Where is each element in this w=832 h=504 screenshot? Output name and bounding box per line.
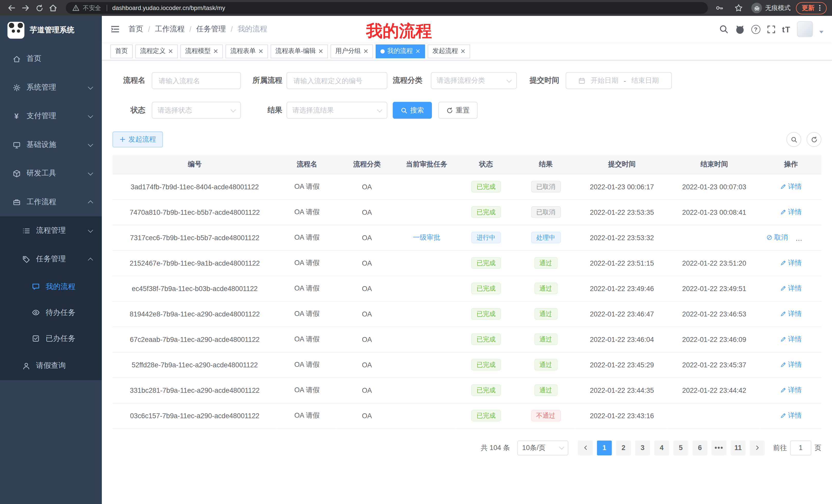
browser-menu-icon[interactable] <box>816 4 824 12</box>
font-size-icon[interactable]: tT <box>782 25 790 34</box>
page-2[interactable]: 2 <box>616 440 631 455</box>
breadcrumb-task-mgmt[interactable]: 任务管理 <box>196 24 226 34</box>
avatar[interactable] <box>797 21 813 37</box>
sidebar-item-task-mgmt[interactable]: 任务管理 <box>0 245 102 273</box>
cancel-link[interactable]: 取消 <box>766 233 788 242</box>
page-4[interactable]: 4 <box>654 440 669 455</box>
goto-label: 前往 <box>773 443 787 452</box>
detail-link[interactable]: 详情 <box>780 284 802 293</box>
sidebar-item-system[interactable]: 系统管理 <box>0 73 102 102</box>
sidebar-item-devtools[interactable]: 研发工具 <box>0 159 102 188</box>
detail-link[interactable]: 详情 <box>780 334 802 344</box>
current-task-link[interactable]: 一级审批 <box>413 233 440 241</box>
close-icon[interactable] <box>213 49 218 54</box>
tab-home[interactable]: 首页 <box>110 44 133 58</box>
help-icon[interactable]: ? <box>751 25 760 34</box>
cell-name: OA 请假 <box>277 199 337 225</box>
search-icon[interactable] <box>719 24 728 34</box>
detail-link[interactable]: 详情 <box>780 385 802 395</box>
sidebar-item-infrastructure[interactable]: 基础设施 <box>0 131 102 159</box>
search-button[interactable]: 搜索 <box>393 102 432 119</box>
cell-actions: 详情 <box>760 199 821 225</box>
back-icon[interactable] <box>5 2 18 15</box>
close-icon[interactable] <box>168 49 173 54</box>
table-row: 7317cec6-7b9b-11ec-b5b7-acde48001122 OA … <box>113 225 822 250</box>
breadcrumb-home[interactable]: 首页 <box>128 24 143 34</box>
forward-icon[interactable] <box>19 2 32 15</box>
detail-link[interactable]: 详情 <box>780 309 802 318</box>
calendar-icon <box>578 77 586 84</box>
sidebar-item-process-mgmt[interactable]: 流程管理 <box>0 216 102 245</box>
detail-link[interactable]: 详情 <box>780 411 802 420</box>
sidebar-item-leave-query[interactable]: 请假查询 <box>0 352 102 380</box>
address-bar[interactable]: 不安全 dashboard.yudao.iocoder.cn/bpm/task/… <box>66 2 708 13</box>
github-icon[interactable] <box>735 24 745 34</box>
result-select[interactable]: 请选择流结果 <box>286 102 387 119</box>
page-6[interactable]: 6 <box>693 440 707 455</box>
fullscreen-icon[interactable] <box>767 25 776 34</box>
tab-process-form-edit[interactable]: 流程表单-编辑 <box>271 44 328 58</box>
tab-label: 流程表单-编辑 <box>275 47 316 56</box>
sidebar-item-my-process[interactable]: 我的流程 <box>0 274 102 300</box>
next-page-button[interactable] <box>750 440 765 455</box>
workflow-submenu: 流程管理 任务管理 我的流程 <box>0 216 102 380</box>
process-name-input[interactable] <box>152 72 241 89</box>
goto-page-input[interactable] <box>790 440 811 455</box>
cell-end-time: 2022-01-23 00:08:41 <box>668 199 760 225</box>
page-11[interactable]: 11 <box>731 440 746 455</box>
sidebar-item-home[interactable]: 首页 <box>0 45 102 73</box>
table-row: 67c2eaab-7b9a-11ec-a290-acde48001122 OA … <box>113 327 822 352</box>
reset-button[interactable]: 重置 <box>438 102 478 119</box>
home-icon[interactable] <box>47 2 60 15</box>
detail-link[interactable]: 详情 <box>780 207 802 217</box>
category-select[interactable]: 请选择流程分类 <box>431 72 517 89</box>
close-icon[interactable] <box>415 49 420 54</box>
detail-link[interactable]: 详情 <box>780 258 802 268</box>
tab-process-form[interactable]: 流程表单 <box>226 44 268 58</box>
detail-link[interactable]: 详情 <box>780 360 802 369</box>
cell-category: OA <box>337 225 397 250</box>
detail-link[interactable]: 详情 <box>780 182 802 191</box>
close-icon[interactable] <box>318 49 323 54</box>
prev-page-button[interactable] <box>578 440 593 455</box>
cell-status: 已完成 <box>457 174 516 199</box>
close-icon[interactable] <box>461 49 465 54</box>
page-3[interactable]: 3 <box>635 440 650 455</box>
process-name-label: 流程名 <box>113 76 146 85</box>
status-select[interactable]: 请选择状态 <box>152 102 241 119</box>
refresh-button[interactable] <box>807 132 822 147</box>
caret-down-icon[interactable] <box>820 31 824 33</box>
more-pages-button[interactable]: ••• <box>712 440 727 455</box>
page-1[interactable]: 1 <box>597 440 612 455</box>
menu-fold-icon[interactable] <box>110 24 120 34</box>
close-icon[interactable] <box>258 49 263 54</box>
date-range-picker[interactable]: 开始日期 - 结束日期 <box>566 72 672 89</box>
bookmark-star-icon[interactable] <box>732 2 745 15</box>
cell-task: 一级审批 <box>397 225 457 250</box>
tab-process-model[interactable]: 流程模型 <box>181 44 223 58</box>
reload-icon[interactable] <box>33 2 46 15</box>
close-icon[interactable] <box>364 49 368 54</box>
breadcrumb-workflow[interactable]: 工作流程 <box>155 24 185 34</box>
update-button[interactable]: 更新 <box>796 2 827 14</box>
incognito-badge[interactable]: 无痕模式 <box>751 3 790 13</box>
page-size-select[interactable]: 10条/页 <box>517 440 568 455</box>
tab-user-group[interactable]: 用户分组 <box>331 44 373 58</box>
tab-label: 流程模型 <box>185 47 211 56</box>
sidebar-item-done-task[interactable]: 已办任务 <box>0 326 102 352</box>
sidebar-item-todo-task[interactable]: 待办任务 <box>0 300 102 326</box>
toggle-search-button[interactable] <box>786 132 801 147</box>
tab-start-process[interactable]: 发起流程 <box>427 44 470 58</box>
col-status: 状态 <box>457 155 516 174</box>
page-5[interactable]: 5 <box>673 440 688 455</box>
tab-my-process[interactable]: 我的流程 <box>375 44 425 58</box>
col-actions: 操作 <box>760 155 821 174</box>
start-process-button[interactable]: 发起流程 <box>113 132 163 147</box>
sidebar-item-workflow[interactable]: 工作流程 <box>0 188 102 216</box>
tab-process-definition[interactable]: 流程定义 <box>135 44 178 58</box>
key-icon[interactable] <box>713 2 726 15</box>
total-count: 共 104 条 <box>481 443 510 452</box>
app-logo-link[interactable]: 芋道管理系统 <box>0 16 102 45</box>
process-definition-input[interactable] <box>286 72 387 89</box>
sidebar-item-payment[interactable]: ¥ 支付管理 <box>0 102 102 130</box>
